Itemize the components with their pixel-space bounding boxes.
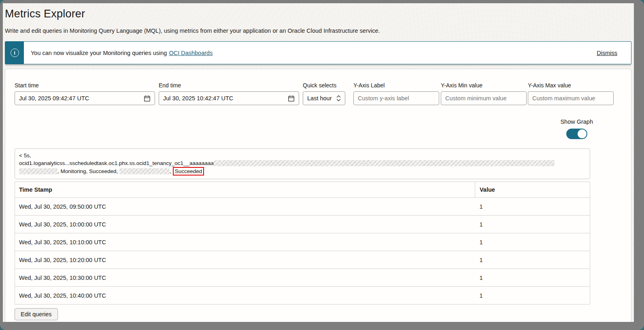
redacted-text-block	[119, 168, 170, 174]
table-row: Wed, Jul 30, 2025, 10:30:00 UTC 1	[15, 269, 590, 287]
end-time-value: Jul 30, 2025 10:42:47 UTC	[163, 95, 288, 102]
value-cell: 1	[475, 251, 590, 269]
info-banner-message: You can now visualize your Monitoring qu…	[24, 42, 597, 64]
table-row: Wed, Jul 30, 2025, 10:10:00 UTC 1	[15, 233, 590, 251]
timestamp-cell: Wed, Jul 30, 2025, 10:40:00 UTC	[15, 287, 475, 305]
table-row: Wed, Jul 30, 2025, 10:40:00 UTC 1	[15, 287, 590, 305]
y-axis-min-input[interactable]	[441, 91, 527, 105]
end-time-label: End time	[159, 82, 299, 89]
value-cell: 1	[475, 233, 590, 251]
quick-selects-label: Quick selects	[303, 82, 345, 89]
table-row: Wed, Jul 30, 2025, 10:00:00 UTC 1	[15, 216, 590, 233]
info-banner: i You can now visualize your Monitoring …	[5, 41, 631, 64]
end-time-input[interactable]: Jul 30, 2025 10:42:47 UTC	[159, 91, 299, 105]
succeeded-highlight: Succeeded	[173, 167, 204, 176]
show-graph-control: Show Graph	[560, 118, 593, 139]
timestamp-cell: Wed, Jul 30, 2025, 10:10:00 UTC	[15, 233, 475, 251]
end-time-field: End time Jul 30, 2025 10:42:47 UTC	[159, 82, 299, 105]
info-banner-text: You can now visualize your Monitoring qu…	[31, 50, 167, 56]
redacted-text-block	[214, 160, 555, 166]
query-line-3: , Monitoring, Succeeded, , Succeeded	[19, 167, 586, 176]
timestamp-cell: Wed, Jul 30, 2025, 10:30:00 UTC	[15, 269, 475, 287]
query-line-1: < 5s,	[19, 152, 586, 160]
y-axis-label-label: Y-Axis Label	[353, 82, 439, 89]
select-updown-icon	[336, 95, 341, 102]
quick-selects-field: Quick selects Last hour	[303, 82, 345, 105]
calendar-icon[interactable]	[288, 95, 295, 102]
table-row: Wed, Jul 30, 2025, 09:50:00 UTC 1	[15, 198, 590, 216]
window-frame: Metrics Explorer Write and edit queries …	[0, 0, 644, 330]
y-axis-max-input[interactable]	[528, 91, 614, 105]
table-header-row: Time Stamp Value	[15, 182, 590, 198]
dismiss-link[interactable]: Dismiss	[597, 42, 631, 64]
show-graph-toggle[interactable]	[566, 129, 587, 139]
start-time-input[interactable]: Jul 30, 2025 09:42:47 UTC	[15, 91, 155, 105]
toggle-knob	[578, 129, 587, 138]
y-axis-max-label: Y-Axis Max value	[528, 82, 614, 89]
query-controls-row: Start time Jul 30, 2025 09:42:47 UTC End…	[15, 82, 622, 105]
query-line-2: ocid1.loganalyticss...sscheduledtask.oc1…	[19, 160, 586, 167]
column-header-timestamp: Time Stamp	[15, 182, 475, 198]
y-axis-label-field: Y-Axis Label	[353, 82, 439, 105]
start-time-value: Jul 30, 2025 09:42:47 UTC	[19, 95, 144, 102]
oci-dashboards-link[interactable]: OCI Dashboards	[169, 50, 213, 56]
metrics-explorer-page: Metrics Explorer Write and edit queries …	[3, 3, 634, 322]
redacted-text-block	[19, 168, 57, 174]
info-icon: i	[11, 49, 19, 57]
value-cell: 1	[475, 269, 590, 287]
quick-selects-value: Last hour	[307, 95, 336, 102]
timestamp-cell: Wed, Jul 30, 2025, 10:20:00 UTC	[15, 251, 475, 269]
page-subtitle: Write and edit queries in Monitoring Que…	[5, 27, 634, 34]
y-axis-min-field: Y-Axis Min value	[441, 82, 527, 105]
column-header-value: Value	[475, 182, 590, 198]
show-graph-label: Show Graph	[560, 118, 593, 125]
edit-queries-button[interactable]: Edit queries	[15, 308, 58, 320]
table-row: Wed, Jul 30, 2025, 10:20:00 UTC 1	[15, 251, 590, 269]
start-time-label: Start time	[15, 82, 155, 89]
value-cell: 1	[475, 287, 590, 305]
page-title: Metrics Explorer	[5, 7, 634, 20]
info-banner-accent-box: i	[5, 42, 24, 64]
value-cell: 1	[475, 216, 590, 233]
timestamp-cell: Wed, Jul 30, 2025, 10:00:00 UTC	[15, 216, 475, 233]
quick-selects-dropdown[interactable]: Last hour	[303, 91, 345, 105]
value-cell: 1	[475, 198, 590, 216]
y-axis-max-field: Y-Axis Max value	[528, 82, 614, 105]
calendar-icon[interactable]	[144, 95, 151, 102]
start-time-field: Start time Jul 30, 2025 09:42:47 UTC	[15, 82, 155, 105]
metrics-data-table: Time Stamp Value Wed, Jul 30, 2025, 09:5…	[15, 182, 590, 305]
query-panel: Start time Jul 30, 2025 09:42:47 UTC End…	[5, 69, 631, 322]
query-preview-box[interactable]: < 5s, ocid1.loganalyticss...sscheduledta…	[15, 148, 590, 179]
timestamp-cell: Wed, Jul 30, 2025, 09:50:00 UTC	[15, 198, 475, 216]
y-axis-label-input[interactable]	[353, 91, 439, 105]
y-axis-min-label: Y-Axis Min value	[441, 82, 527, 89]
